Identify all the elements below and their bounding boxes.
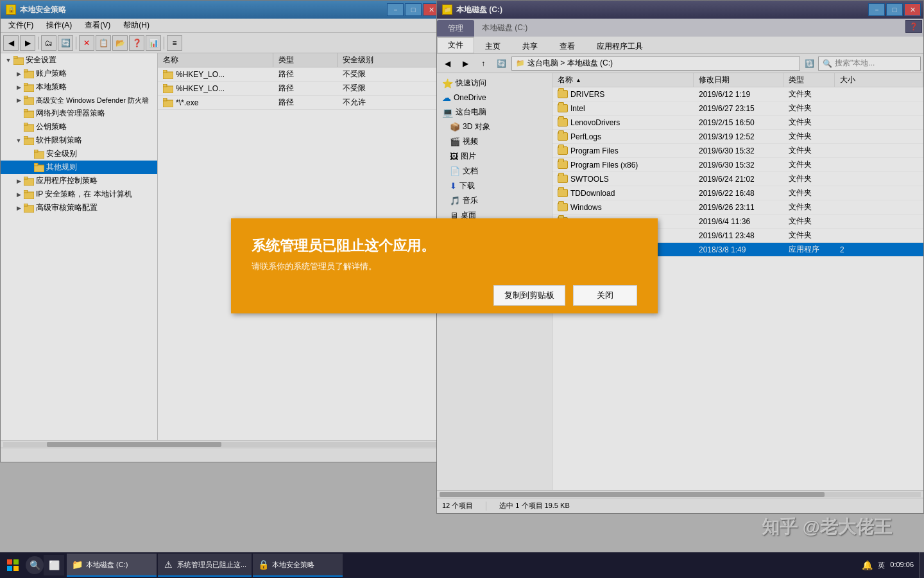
start-button[interactable] bbox=[0, 552, 26, 578]
taskbar-label-dialog: 系统管理员已阻止这... bbox=[177, 560, 246, 570]
taskbar-icon-policy: 🔒 bbox=[258, 559, 268, 570]
taskbar-icon-explorer: 📁 bbox=[72, 559, 82, 570]
dialog-buttons: 复制到剪贴板 关闭 bbox=[252, 285, 637, 306]
taskbar-label-explorer: 本地磁盘 (C:) bbox=[86, 560, 128, 570]
taskbar: 🔍 ⬜ 📁 本地磁盘 (C:) ⚠ 系统管理员已阻止这... 🔒 本地安全策略 … bbox=[0, 552, 924, 578]
show-desktop-button[interactable] bbox=[919, 552, 924, 578]
dialog-title: 系统管理员已阻止这个应用。 bbox=[252, 236, 637, 256]
svg-rect-33 bbox=[13, 566, 19, 571]
taskbar-lang: 英 bbox=[878, 561, 885, 570]
copy-to-clipboard-button[interactable]: 复制到剪贴板 bbox=[493, 285, 565, 306]
taskbar-items: 📁 本地磁盘 (C:) ⚠ 系统管理员已阻止这... 🔒 本地安全策略 bbox=[64, 554, 857, 577]
dialog-message: 请联系你的系统管理员了解详情。 bbox=[252, 261, 637, 272]
taskbar-search-button[interactable]: 🔍 bbox=[26, 556, 44, 574]
notification-icon[interactable]: 🔔 bbox=[862, 560, 873, 570]
dialog: 系统管理员已阻止这个应用。 请联系你的系统管理员了解详情。 复制到剪贴板 关闭 bbox=[231, 218, 658, 313]
taskbar-label-policy: 本地安全策略 bbox=[272, 560, 314, 570]
svg-rect-32 bbox=[7, 566, 12, 571]
taskbar-item-dialog[interactable]: ⚠ 系统管理员已阻止这... bbox=[158, 554, 252, 577]
windows-icon bbox=[7, 559, 19, 571]
close-dialog-button[interactable]: 关闭 bbox=[573, 285, 637, 306]
taskbar-item-policy[interactable]: 🔒 本地安全策略 bbox=[253, 554, 343, 577]
taskbar-clock: 0:09:06 bbox=[890, 560, 914, 570]
task-view-button[interactable]: ⬜ bbox=[44, 555, 64, 575]
taskbar-icon-dialog: ⚠ bbox=[163, 559, 173, 570]
taskbar-item-explorer[interactable]: 📁 本地磁盘 (C:) bbox=[67, 554, 157, 577]
taskbar-right: 🔔 英 0:09:06 bbox=[857, 560, 919, 570]
svg-rect-31 bbox=[13, 559, 19, 565]
clock-time: 0:09:06 bbox=[890, 560, 914, 570]
svg-rect-30 bbox=[7, 559, 12, 565]
